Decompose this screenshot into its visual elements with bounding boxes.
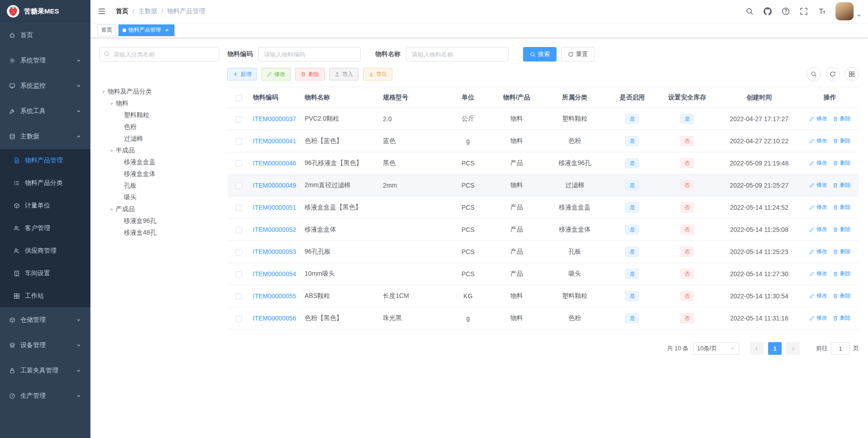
prev-page-button[interactable] — [750, 342, 764, 355]
search-button[interactable] — [741, 0, 759, 23]
row-edit-button[interactable]: 修改 — [809, 314, 827, 322]
row-edit-button[interactable]: 修改 — [809, 226, 827, 233]
row-delete-button[interactable]: 删除 — [833, 181, 851, 189]
row-delete-button[interactable]: 删除 — [833, 270, 851, 278]
search-button[interactable]: 搜索 — [523, 47, 557, 61]
sidebar-item-warehouse-management[interactable]: 仓储管理 — [0, 307, 90, 333]
page-size-select[interactable]: 10条/页 — [693, 342, 739, 355]
import-button[interactable]: 导入 — [329, 68, 359, 80]
row-checkbox[interactable] — [236, 205, 242, 211]
material-code-link[interactable]: ITEM00000051 — [253, 204, 296, 211]
sidebar-subitem-material-product-category[interactable]: 物料产品分类 — [0, 172, 90, 194]
row-checkbox[interactable] — [236, 138, 242, 145]
row-edit-button[interactable]: 修改 — [809, 292, 827, 300]
current-page-button[interactable]: 1 — [768, 342, 782, 355]
reset-button[interactable]: 重置 — [561, 47, 594, 61]
row-checkbox[interactable] — [236, 271, 242, 278]
material-code-link[interactable]: ITEM00000037 — [253, 115, 296, 122]
tree-node[interactable]: 移液盒96孔 — [99, 215, 219, 227]
row-checkbox[interactable] — [236, 116, 242, 122]
app-logo[interactable]: 苦糖果MES — [0, 0, 90, 23]
tree-node[interactable]: 移液盒盒体 — [99, 168, 219, 180]
row-checkbox[interactable] — [236, 249, 242, 255]
tree-node[interactable]: 移液盒盒盖 — [99, 156, 219, 168]
sidebar-subitem-material-product-management[interactable]: 物料产品管理 — [0, 149, 90, 172]
sidebar-item-fixture-management[interactable]: 工装夹具管理 — [0, 358, 90, 383]
user-menu[interactable] — [835, 2, 862, 20]
tag-item[interactable]: 物料产品管理× — [118, 24, 175, 36]
material-code-link[interactable]: ITEM00000041 — [253, 137, 296, 145]
row-checkbox[interactable] — [236, 183, 242, 189]
caret-down-icon[interactable]: ▾ — [108, 148, 116, 154]
select-all-checkbox[interactable] — [236, 95, 242, 101]
material-name-input[interactable] — [406, 47, 509, 61]
row-edit-button[interactable]: 修改 — [809, 248, 827, 255]
fullscreen-button[interactable] — [795, 0, 813, 23]
material-code-link[interactable]: ITEM00000054 — [253, 270, 296, 278]
sidebar-subitem-supplier-management[interactable]: 供应商管理 — [0, 240, 90, 262]
refresh-circle-button[interactable] — [826, 67, 840, 81]
row-delete-button[interactable]: 删除 — [833, 226, 851, 233]
next-page-button[interactable] — [786, 342, 800, 355]
sidebar-subitem-workstation[interactable]: 工作站 — [0, 285, 90, 307]
caret-down-icon[interactable]: ▾ — [99, 89, 108, 95]
material-code-link[interactable]: ITEM00000056 — [253, 315, 296, 322]
row-checkbox[interactable] — [236, 316, 242, 322]
tree-node[interactable]: ▾产成品 — [99, 203, 219, 215]
delete-button[interactable]: 删除 — [295, 68, 325, 80]
row-delete-button[interactable]: 删除 — [833, 137, 851, 145]
row-checkbox[interactable] — [236, 293, 242, 300]
row-checkbox[interactable] — [236, 160, 242, 167]
tree-node[interactable]: 过滤棉 — [99, 133, 219, 145]
grid-circle-button[interactable] — [844, 67, 859, 81]
tree-node[interactable]: 吸头 — [99, 192, 219, 203]
category-search-input[interactable] — [99, 47, 219, 61]
user-avatar[interactable] — [835, 2, 854, 20]
row-delete-button[interactable]: 删除 — [833, 159, 851, 167]
material-code-input[interactable] — [258, 47, 361, 61]
sidebar-subitem-customer-management[interactable]: 客户管理 — [0, 217, 90, 240]
sidebar-item-production-management[interactable]: 生产管理 — [0, 383, 90, 409]
row-delete-button[interactable]: 删除 — [833, 248, 851, 255]
row-checkbox[interactable] — [236, 227, 242, 233]
question-button[interactable] — [777, 0, 795, 23]
github-button[interactable] — [759, 0, 777, 23]
caret-down-icon[interactable]: ▾ — [108, 207, 116, 212]
row-edit-button[interactable]: 修改 — [809, 181, 827, 189]
material-code-link[interactable]: ITEM00000055 — [253, 292, 296, 300]
row-delete-button[interactable]: 删除 — [833, 314, 851, 322]
tree-node[interactable]: 移液盒48孔 — [99, 227, 219, 239]
breadcrumb-item[interactable]: 首页 — [116, 7, 128, 15]
row-delete-button[interactable]: 删除 — [833, 115, 851, 122]
search-circle-button[interactable] — [807, 67, 821, 81]
sidebar-item-system-monitor[interactable]: 系统监控 — [0, 73, 90, 99]
sidebar-subitem-workshop-settings[interactable]: 车间设置 — [0, 262, 90, 285]
row-delete-button[interactable]: 删除 — [833, 292, 851, 300]
goto-page-input[interactable] — [831, 342, 850, 355]
font-size-button[interactable] — [813, 0, 831, 23]
tree-node[interactable]: 孔板 — [99, 180, 219, 192]
sidebar-item-system-tools[interactable]: 系统工具 — [0, 99, 90, 124]
tree-node[interactable]: ▾物料及产品分类 — [99, 86, 219, 98]
material-code-link[interactable]: ITEM00000046 — [253, 160, 296, 167]
edit-button[interactable]: 修改 — [261, 68, 291, 80]
material-code-link[interactable]: ITEM00000053 — [253, 248, 296, 255]
menu-fold-button[interactable] — [90, 0, 113, 23]
tree-node[interactable]: 塑料颗粒 — [99, 109, 219, 121]
sidebar-item-master-data[interactable]: 主数据 — [0, 124, 90, 149]
export-button[interactable]: 导出 — [363, 68, 392, 80]
material-code-link[interactable]: ITEM00000049 — [253, 182, 296, 189]
row-edit-button[interactable]: 修改 — [809, 137, 827, 145]
sidebar-item-home[interactable]: 首页 — [0, 23, 90, 48]
row-edit-button[interactable]: 修改 — [809, 270, 827, 278]
row-edit-button[interactable]: 修改 — [809, 159, 827, 167]
sidebar-item-system-admin[interactable]: 系统管理 — [0, 48, 90, 73]
tag-item[interactable]: 首页 — [97, 24, 116, 36]
tree-node[interactable]: ▾半成品 — [99, 145, 219, 156]
close-icon[interactable]: × — [163, 27, 170, 34]
row-edit-button[interactable]: 修改 — [809, 203, 827, 211]
sidebar-subitem-unit-of-measure[interactable]: 计量单位 — [0, 194, 90, 217]
row-delete-button[interactable]: 删除 — [833, 203, 851, 211]
add-button[interactable]: 新增 — [227, 68, 257, 80]
tree-node[interactable]: 色粉 — [99, 121, 219, 133]
